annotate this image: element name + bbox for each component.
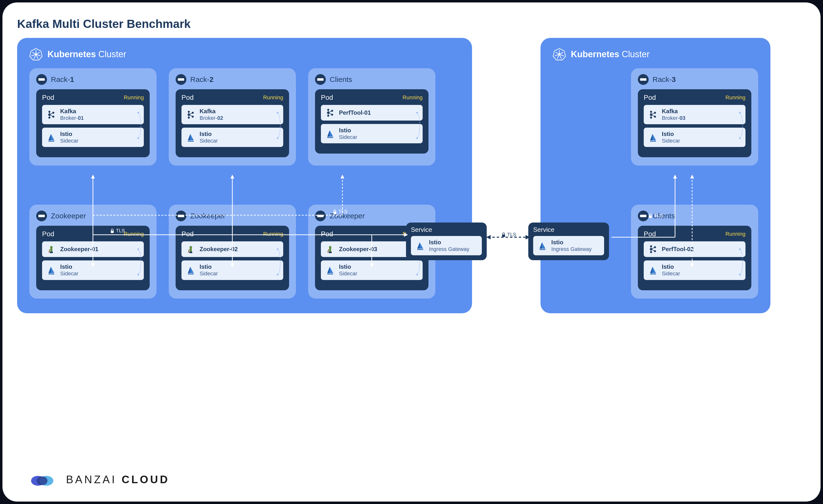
cluster-header-left: Kubernetes Cluster	[29, 48, 460, 61]
rack-1-pod-header: Pod Running	[42, 94, 144, 102]
zookeeper-rack-1-pod: Pod Running Zookeeper-01	[36, 226, 150, 290]
svg-line-8	[32, 52, 36, 54]
zookeeper-03-labels: Zookeeper-03	[339, 246, 377, 253]
istio-icon	[648, 133, 658, 142]
svg-rect-60	[189, 251, 192, 253]
server-icon	[638, 74, 649, 85]
clients-left-header: Clients	[315, 74, 429, 85]
pod-label: Pod	[42, 230, 54, 238]
zookeeper-rack-1-pod-header: Pod Running	[42, 230, 144, 238]
pod-status: Running	[124, 231, 144, 237]
kubernetes-icon	[553, 48, 566, 61]
cluster-body-right: Rack-3 Pod Running Kafka	[553, 68, 758, 299]
istio-icon	[415, 241, 425, 250]
rack-3-label: Rack-3	[653, 75, 676, 83]
svg-rect-115	[539, 249, 545, 250]
istio-sidecar-zk3-labels: Istio Sidecar	[339, 264, 357, 277]
clients-left-label: Clients	[330, 75, 352, 83]
istio-sidecar-rack3: Istio Sidecar	[644, 128, 746, 147]
svg-marker-106	[653, 267, 656, 273]
service-istio-ingress-right: Service Istio Ingress Gateway	[528, 222, 609, 260]
svg-rect-112	[417, 249, 423, 250]
zookeeper-rack-2-header: Zookeeper	[176, 210, 289, 221]
banzai-cloud-logo-mark	[29, 472, 59, 487]
clients-left-pod-header: Pod Running	[321, 94, 423, 102]
svg-rect-19	[48, 141, 54, 142]
rack-3-pod-header: Pod Running	[644, 94, 746, 102]
perftool-02: PerfTool-02	[644, 241, 746, 257]
istio-icon	[537, 241, 547, 250]
diagram-canvas: Kafka Multi Cluster Benchmark Kubernetes…	[2, 2, 821, 502]
zookeeper-rack-3-header: Zookeeper	[315, 210, 429, 221]
banzai-cloud-logo: BANZAI CLOUD	[29, 472, 170, 487]
banzai-cloud-logo-text: BANZAI CLOUD	[66, 473, 170, 486]
server-icon	[176, 210, 186, 221]
tls-label-right-cluster: TLS	[648, 213, 663, 218]
istio-sidecar-zk2: Istio Sidecar	[181, 261, 283, 280]
pod-label: Pod	[181, 230, 194, 238]
zookeeper-rack-1: Zookeeper Pod Running	[29, 205, 157, 298]
svg-rect-54	[48, 274, 54, 274]
perftool-02-labels: PerfTool-02	[662, 246, 694, 253]
istio-sidecar-rack1: Istio Sidecar	[42, 128, 144, 147]
tls-label-dashed-bus: TLS	[333, 209, 348, 214]
zookeeper-rack-2-pod-header: Pod Running	[181, 230, 283, 238]
rack-2: Rack-2 Pod Running	[169, 68, 296, 166]
svg-rect-69	[329, 251, 332, 253]
cluster-title-left: Kubernetes Cluster	[47, 49, 126, 59]
pod-internal-connector	[738, 245, 745, 279]
kubernetes-cluster-right: Kubernetes Cluster Rack-3 Pod Running	[540, 38, 771, 313]
lock-icon	[648, 213, 653, 218]
pod-status: Running	[263, 95, 283, 101]
istio-sidecar-zk1: Istio Sidecar	[42, 261, 144, 280]
kafka-broker-02-labels: Kafka Broker-02	[200, 108, 223, 121]
svg-line-83	[556, 52, 559, 54]
svg-line-68	[328, 249, 329, 253]
zookeeper-rack-1-header: Zookeeper	[36, 210, 150, 221]
svg-marker-31	[190, 134, 194, 140]
istio-ingress-gateway-left-labels: Istio Ingress Gateway	[429, 239, 469, 253]
server-icon	[315, 210, 326, 221]
pod-label: Pod	[644, 230, 656, 238]
rack-row-bottom-left: Zookeeper Pod Running	[29, 205, 460, 298]
rack-3: Rack-3 Pod Running Kafka	[631, 68, 758, 166]
pod-status: Running	[124, 95, 144, 101]
svg-marker-18	[51, 134, 54, 140]
pod-internal-connector	[416, 108, 422, 143]
svg-marker-71	[330, 267, 333, 273]
rack-1-label: Rack-1	[51, 75, 74, 83]
istio-sidecar-clients-left: Istio Sidecar	[321, 124, 423, 143]
svg-point-148	[37, 476, 47, 485]
kafka-icon	[46, 110, 56, 120]
pod-internal-connector	[738, 108, 745, 143]
istio-sidecar-clients-right-labels: Istio Sidecar	[662, 264, 680, 277]
svg-rect-58	[190, 248, 192, 251]
lock-icon	[333, 209, 337, 214]
zookeeper-icon	[186, 244, 196, 254]
svg-rect-145	[649, 215, 652, 218]
server-icon	[638, 210, 649, 221]
istio-icon	[648, 265, 658, 275]
kafka-broker-02: Kafka Broker-02	[181, 105, 283, 124]
svg-marker-53	[51, 267, 54, 273]
istio-sidecar-clients-left-labels: Istio Sidecar	[339, 127, 357, 140]
svg-rect-94	[650, 141, 656, 142]
zookeeper-02-labels: Zookeeper-02	[200, 246, 238, 253]
svg-rect-107	[650, 274, 656, 274]
svg-marker-62	[190, 267, 194, 273]
svg-rect-72	[327, 274, 333, 274]
perftool-01-labels: PerfTool-01	[339, 109, 371, 117]
kafka-icon	[648, 110, 658, 120]
rack-3-header: Rack-3	[638, 74, 751, 85]
rack-1: Rack-1 Pod Running	[29, 68, 157, 166]
istio-sidecar-zk3: Istio Sidecar	[321, 261, 423, 280]
kubernetes-icon	[29, 48, 42, 61]
zookeeper-02: Zookeeper-02	[181, 241, 283, 257]
istio-icon	[325, 129, 335, 139]
tls-label-left-bus: TLS	[110, 228, 125, 233]
svg-point-66	[329, 246, 331, 248]
svg-line-50	[49, 249, 50, 253]
svg-rect-143	[333, 211, 336, 214]
svg-rect-144	[502, 234, 505, 237]
svg-line-3	[36, 52, 40, 54]
